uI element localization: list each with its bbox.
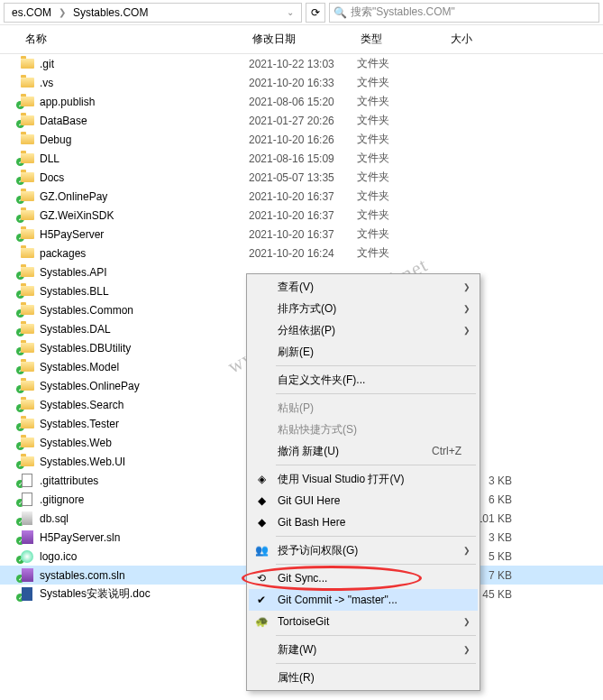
menu-label: 查看(V) xyxy=(278,280,314,295)
menu-item[interactable]: 分组依据(P) xyxy=(249,319,478,341)
file-name: .gitattributes xyxy=(40,474,249,487)
menu-label: 使用 Visual Studio 打开(V) xyxy=(278,472,405,487)
breadcrumb[interactable]: es.COM ❯ Systables.COM ⌄ xyxy=(4,3,302,23)
menu-item[interactable]: ◆Git GUI Here xyxy=(249,490,478,511)
menu-label: Git Sync... xyxy=(278,572,327,585)
file-type: 文件夹 xyxy=(357,189,447,204)
folder-icon xyxy=(20,398,34,412)
folder-icon xyxy=(20,95,34,109)
file-name: .git xyxy=(40,58,249,70)
file-row[interactable]: Debug2021-10-20 16:26文件夹 xyxy=(0,130,603,149)
file-name: Systables安装说明.doc xyxy=(40,586,249,602)
folder-icon xyxy=(20,455,34,469)
git-icon: ◆ xyxy=(254,515,269,530)
file-row[interactable]: app.publish2021-08-06 15:20文件夹 xyxy=(0,92,603,111)
menu-label: 属性(R) xyxy=(278,670,315,686)
file-row[interactable]: Docs2021-05-07 13:35文件夹 xyxy=(0,168,603,187)
folder-icon xyxy=(20,360,34,374)
header-type[interactable]: 类型 xyxy=(361,32,451,47)
file-type: 文件夹 xyxy=(357,207,447,223)
menu-label: 粘贴(P) xyxy=(278,401,314,416)
menu-item[interactable]: 新建(W) xyxy=(249,639,478,660)
file-name: H5PayServer.sln xyxy=(40,531,249,544)
menu-item: 粘贴快捷方式(S) xyxy=(249,419,478,440)
chevron-right-icon: ❯ xyxy=(55,7,69,17)
file-row[interactable]: DLL2021-08-16 15:09文件夹 xyxy=(0,149,603,168)
menu-separator xyxy=(276,663,476,664)
file-date: 2021-08-16 15:09 xyxy=(249,152,357,165)
menu-item[interactable]: ✔Git Commit -> "master"... xyxy=(249,589,478,611)
menu-item[interactable]: 刷新(E) xyxy=(249,341,478,363)
file-name: GZ.WeiXinSDK xyxy=(40,209,249,222)
folder-icon xyxy=(20,246,34,261)
sln-icon xyxy=(20,530,34,545)
folder-icon xyxy=(20,379,34,393)
file-name: .vs xyxy=(40,77,249,89)
menu-item[interactable]: 👥授予访问权限(G) xyxy=(249,539,478,561)
file-row[interactable]: packages2021-10-20 16:24文件夹 xyxy=(0,244,603,262)
menu-label: 刷新(E) xyxy=(278,345,314,360)
file-date: 2021-01-27 20:26 xyxy=(249,115,357,127)
file-row[interactable]: .git2021-10-22 13:03文件夹 xyxy=(0,54,603,73)
file-date: 2021-10-20 16:33 xyxy=(249,77,357,89)
menu-item[interactable]: 查看(V) xyxy=(249,276,478,298)
file-name: Systables.Common xyxy=(40,304,249,317)
header-name[interactable]: 名称 xyxy=(0,32,252,47)
menu-label: Git Commit -> "master"... xyxy=(278,594,397,606)
menu-item[interactable]: 属性(R) xyxy=(249,667,478,688)
menu-item[interactable]: ⟲Git Sync... xyxy=(249,567,478,589)
menu-item[interactable]: 撤消 新建(U)Ctrl+Z xyxy=(249,440,478,462)
menu-item[interactable]: 排序方式(O) xyxy=(249,298,478,319)
search-input[interactable]: 🔍 搜索"Systables.COM" xyxy=(329,3,599,23)
menu-item[interactable]: 🐢TortoiseGit xyxy=(249,611,478,632)
file-name: Systables.Search xyxy=(40,399,249,411)
file-date: 2021-05-07 13:35 xyxy=(249,171,357,184)
file-date: 2021-10-20 16:37 xyxy=(249,228,357,241)
breadcrumb-part[interactable]: Systables.COM xyxy=(69,6,151,19)
menu-label: Git GUI Here xyxy=(278,494,340,507)
file-row[interactable]: H5PayServer2021-10-20 16:37文件夹 xyxy=(0,225,603,244)
menu-item[interactable]: ◈使用 Visual Studio 打开(V) xyxy=(249,468,478,490)
file-icon xyxy=(20,493,34,507)
menu-item[interactable]: 自定义文件夹(F)... xyxy=(249,369,478,391)
folder-icon xyxy=(20,76,34,90)
file-name: H5PayServer xyxy=(40,228,249,241)
file-row[interactable]: DataBase2021-01-27 20:26文件夹 xyxy=(0,111,603,130)
menu-separator xyxy=(276,564,476,565)
file-name: Systables.Model xyxy=(40,361,249,373)
folder-icon xyxy=(20,133,34,147)
chevron-down-icon[interactable]: ⌄ xyxy=(283,7,297,17)
file-date: 2021-08-06 15:20 xyxy=(249,96,357,108)
header-size[interactable]: 大小 xyxy=(451,32,603,47)
header-date[interactable]: 修改日期 xyxy=(252,32,361,47)
search-icon: 🔍 xyxy=(333,6,347,19)
file-name: .gitignore xyxy=(40,493,249,506)
ico-icon xyxy=(20,549,34,564)
file-row[interactable]: GZ.WeiXinSDK2021-10-20 16:37文件夹 xyxy=(0,206,603,225)
menu-separator xyxy=(276,365,476,366)
folder-icon xyxy=(20,341,34,355)
menu-item[interactable]: ◆Git Bash Here xyxy=(249,511,478,533)
refresh-button[interactable]: ⟳ xyxy=(306,3,325,23)
commit-icon: ✔ xyxy=(254,593,269,607)
file-type: 文件夹 xyxy=(357,170,447,185)
file-date: 2021-10-20 16:24 xyxy=(249,247,357,260)
file-row[interactable]: .vs2021-10-20 16:33文件夹 xyxy=(0,73,603,92)
file-name: DLL xyxy=(40,152,249,165)
menu-label: 新建(W) xyxy=(278,642,316,658)
sql-icon xyxy=(20,511,34,526)
breadcrumb-part[interactable]: es.COM xyxy=(8,6,55,19)
menu-label: 授予访问权限(G) xyxy=(278,543,358,558)
file-name: db.sql xyxy=(40,512,249,525)
file-date: 2021-10-20 16:26 xyxy=(249,134,357,146)
folder-icon xyxy=(20,303,34,318)
file-name: systables.com.sln xyxy=(40,569,249,582)
file-name: app.publish xyxy=(40,96,249,108)
file-row[interactable]: GZ.OnlinePay2021-10-20 16:37文件夹 xyxy=(0,187,603,206)
refresh-icon: ⟳ xyxy=(311,6,320,19)
folder-icon xyxy=(20,152,34,166)
folder-icon xyxy=(20,284,34,299)
menu-separator xyxy=(276,465,476,465)
folder-icon xyxy=(20,436,34,450)
sync-icon: ⟲ xyxy=(254,571,269,585)
